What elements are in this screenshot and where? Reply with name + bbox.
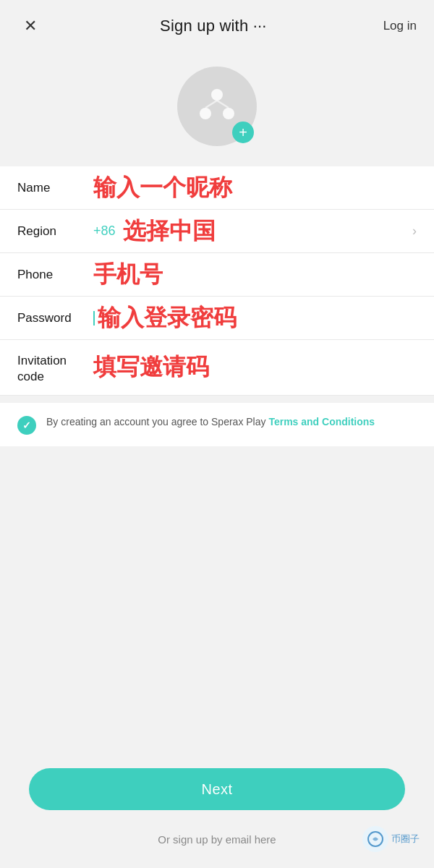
name-label: Name xyxy=(17,181,93,195)
close-button[interactable]: ✕ xyxy=(17,13,43,39)
password-label: Password xyxy=(17,311,93,326)
avatar-circle[interactable]: + xyxy=(177,67,257,146)
phone-input-area[interactable]: 手机号 xyxy=(93,259,417,291)
email-signup-text[interactable]: Or sign up by email here xyxy=(158,833,276,846)
terms-row: ✓ By creating an account you agree to Sp… xyxy=(0,403,434,446)
password-input-area[interactable]: 输入登录密码 xyxy=(93,302,417,334)
invitation-label: Invitationcode xyxy=(17,340,93,395)
next-button-label: Next xyxy=(201,781,232,798)
name-input-area[interactable]: 输入一个昵称 xyxy=(93,172,417,204)
invitation-annotation: 填写邀请码 xyxy=(93,352,417,383)
phone-label: Phone xyxy=(17,268,93,282)
region-annotation: 选择中国 xyxy=(123,216,412,247)
phone-annotation: 手机号 xyxy=(93,259,417,291)
svg-line-4 xyxy=(217,101,229,108)
watermark-text: 币圈子 xyxy=(391,833,420,846)
spacer xyxy=(0,446,434,721)
close-icon: ✕ xyxy=(24,18,37,34)
checkmark-icon: ✓ xyxy=(22,420,31,431)
svg-point-0 xyxy=(211,89,223,101)
chevron-right-icon: › xyxy=(412,224,417,239)
avatar-icon xyxy=(195,85,239,128)
password-row: Password 输入登录密码 xyxy=(0,297,434,340)
watermark-logo xyxy=(362,826,388,852)
name-row: Name 输入一个昵称 xyxy=(0,166,434,210)
watermark-icon xyxy=(367,831,383,847)
form-section: Name 输入一个昵称 Region +86 选择中国 › Phone 手机号 … xyxy=(0,166,434,396)
avatar-area: + xyxy=(0,49,434,166)
terms-checkbox[interactable]: ✓ xyxy=(17,416,36,435)
avatar-add-button[interactable]: + xyxy=(232,122,254,143)
region-code: +86 xyxy=(93,224,116,239)
region-input-area[interactable]: +86 选择中国 xyxy=(93,216,412,247)
login-button[interactable]: Log in xyxy=(383,19,417,33)
invitation-row: Invitationcode 填写邀请码 xyxy=(0,340,434,396)
svg-point-2 xyxy=(223,108,234,119)
phone-row: Phone 手机号 xyxy=(0,253,434,297)
watermark: 币圈子 xyxy=(362,826,420,852)
password-cursor xyxy=(93,311,95,326)
invitation-input-area[interactable]: 填写邀请码 xyxy=(93,352,417,383)
name-annotation: 输入一个昵称 xyxy=(93,172,417,204)
svg-point-1 xyxy=(200,108,211,119)
header: ✕ Sign up with ··· Log in xyxy=(0,0,434,49)
terms-text: By creating an account you agree to Sper… xyxy=(46,414,375,430)
region-row[interactable]: Region +86 选择中国 › xyxy=(0,210,434,253)
region-label: Region xyxy=(17,224,93,239)
next-button[interactable]: Next xyxy=(29,768,405,810)
password-annotation: 输入登录密码 xyxy=(98,302,417,334)
terms-link[interactable]: Terms and Conditions xyxy=(268,416,375,427)
svg-line-3 xyxy=(205,101,217,108)
header-title: Sign up with ··· xyxy=(160,17,267,35)
